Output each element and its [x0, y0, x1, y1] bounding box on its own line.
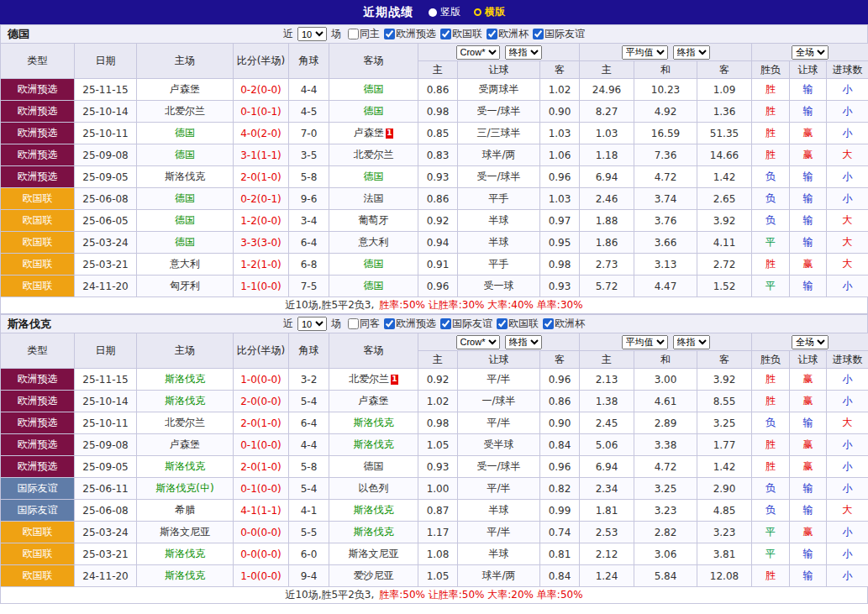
away-team-link[interactable]: 法国 [364, 192, 384, 204]
home-team-link[interactable]: 卢森堡 [170, 438, 200, 450]
away-team-link[interactable]: 北爱尔兰 [349, 373, 389, 385]
result-handicap: 赢 [790, 391, 827, 412]
filter-checkbox[interactable]: 国际友谊 [533, 27, 585, 41]
away-team-link[interactable]: 卢森堡 [359, 395, 389, 407]
initial-stage-select[interactable]: 终指 [505, 335, 542, 349]
fulltime-select[interactable]: 全场 [792, 45, 829, 60]
home-team-link[interactable]: 希腊 [175, 504, 195, 516]
match-count-select[interactable]: 10 [297, 317, 327, 331]
result-goals: 小 [827, 188, 868, 210]
filter-checkbox-input[interactable] [348, 318, 359, 329]
result-handicap: 输 [790, 543, 827, 565]
initial-home-odds: 0.85 [418, 123, 458, 144]
away-team-link[interactable]: 德国 [364, 460, 384, 472]
initial-away-odds: 0.97 [540, 210, 580, 232]
home-team-cell: 斯洛伐克 [137, 391, 234, 412]
avg-away-odds: 1.52 [697, 276, 752, 297]
result-handicap: 赢 [790, 434, 827, 456]
home-team-link[interactable]: 卢森堡 [170, 83, 200, 95]
home-team-link[interactable]: 意大利 [170, 258, 200, 270]
competition-type-badge: 欧洲预选 [1, 144, 75, 166]
filter-checkbox[interactable]: 欧洲杯 [543, 317, 585, 331]
home-team-link[interactable]: 匈牙利 [170, 280, 200, 291]
away-team-link[interactable]: 北爱尔兰 [354, 149, 394, 160]
fulltime-select[interactable]: 全场 [792, 335, 829, 349]
home-team-link[interactable]: 德国 [175, 192, 195, 204]
average-stage-select[interactable]: 终指 [673, 45, 710, 60]
home-team-link[interactable]: 北爱尔兰 [165, 105, 205, 117]
away-team-link[interactable]: 斯洛伐克 [354, 504, 394, 516]
filter-checkbox-input[interactable] [440, 29, 451, 39]
avg-away-odds: 2.65 [697, 188, 752, 210]
filter-checkbox-input[interactable] [384, 318, 395, 329]
away-team-link[interactable]: 斯洛文尼亚 [349, 548, 399, 559]
bookmaker-select[interactable]: Crow* [456, 45, 500, 60]
initial-away-odds: 0.96 [540, 166, 580, 188]
filter-checkbox-input[interactable] [487, 29, 497, 39]
average-stage-select[interactable]: 终指 [673, 335, 710, 349]
away-team-link[interactable]: 德国 [364, 171, 384, 182]
filter-checkbox[interactable]: 欧洲预选 [384, 317, 436, 331]
average-select[interactable]: 平均值 [622, 335, 668, 349]
away-team-link[interactable]: 以色列 [359, 482, 389, 494]
home-team-link[interactable]: 斯洛文尼亚 [160, 526, 210, 538]
filter-checkbox[interactable]: 同客 [348, 317, 380, 331]
away-team-link[interactable]: 斯洛伐克 [354, 526, 394, 538]
filter-checkbox[interactable]: 欧洲杯 [487, 27, 529, 41]
filter-checkbox-input[interactable] [440, 318, 451, 329]
away-team-link[interactable]: 爱沙尼亚 [354, 569, 394, 581]
filter-checkbox[interactable]: 欧国联 [497, 317, 539, 331]
bookmaker-select[interactable]: Crow* [456, 335, 500, 349]
home-team-link[interactable]: 德国 [175, 127, 195, 139]
view-option-vertical[interactable]: 竖版 [429, 5, 460, 19]
avg-draw-odds: 4.47 [634, 276, 697, 297]
away-team-cell: 德国 [329, 276, 418, 297]
average-select[interactable]: 平均值 [622, 45, 668, 60]
initial-stage-select[interactable]: 终指 [505, 45, 542, 60]
home-team-link[interactable]: 德国 [175, 149, 195, 160]
home-team-link[interactable]: 斯洛伐克(中) [155, 482, 213, 494]
home-team-link[interactable]: 斯洛伐克 [165, 373, 205, 385]
filter-checkbox[interactable]: 国际友谊 [440, 317, 492, 331]
filter-checkbox[interactable]: 同主 [348, 27, 380, 41]
home-team-link[interactable]: 德国 [175, 236, 195, 248]
filter-checkbox-input[interactable] [497, 318, 508, 329]
filter-checkbox-input[interactable] [543, 318, 554, 329]
team-section: 斯洛伐克 近 10 场 同客欧洲预选国际友谊欧国联欧洲杯 类型 日期 主场 比分… [0, 314, 868, 604]
home-team-link[interactable]: 斯洛伐克 [165, 460, 205, 472]
home-team-link[interactable]: 德国 [175, 214, 195, 226]
away-team-cell: 德国 [329, 101, 418, 123]
away-team-link[interactable]: 卢森堡 [354, 127, 384, 139]
filter-checkbox-input[interactable] [533, 29, 544, 39]
away-team-link[interactable]: 德国 [364, 105, 384, 117]
away-team-link[interactable]: 斯洛伐克 [354, 438, 394, 450]
away-team-link[interactable]: 葡萄牙 [359, 214, 389, 226]
result-goals: 小 [827, 391, 868, 412]
away-team-link[interactable]: 德国 [364, 280, 384, 291]
col-header-away: 客场 [329, 333, 418, 369]
col-header-avg-home: 主 [580, 61, 634, 79]
avg-draw-odds: 7.36 [634, 144, 697, 166]
home-team-link[interactable]: 斯洛伐克 [165, 569, 205, 581]
away-team-link[interactable]: 斯洛伐克 [354, 417, 394, 428]
view-option-horizontal[interactable]: 横版 [474, 5, 505, 19]
home-team-link[interactable]: 斯洛伐克 [165, 395, 205, 407]
away-team-link[interactable]: 德国 [364, 83, 384, 95]
avg-draw-odds: 3.00 [634, 369, 697, 391]
match-count-select[interactable]: 10 [297, 27, 327, 41]
home-team-link[interactable]: 斯洛伐克 [165, 171, 205, 182]
home-team-link[interactable]: 斯洛伐克 [165, 548, 205, 559]
result-goals: 小 [827, 522, 868, 543]
match-date: 25-06-11 [75, 478, 137, 500]
score-value: 1-2(1-0) [234, 254, 289, 276]
filter-checkbox[interactable]: 欧洲预选 [384, 27, 436, 41]
away-team-link[interactable]: 意大利 [359, 236, 389, 248]
filter-checkbox-input[interactable] [348, 29, 359, 39]
initial-handicap: 平手 [458, 188, 540, 210]
away-team-link[interactable]: 德国 [364, 258, 384, 270]
home-team-cell: 德国 [137, 144, 234, 166]
filter-checkbox-input[interactable] [384, 29, 395, 39]
filter-checkbox[interactable]: 欧国联 [440, 27, 482, 41]
initial-handicap: 受半球 [458, 434, 540, 456]
home-team-link[interactable]: 北爱尔兰 [165, 417, 205, 428]
